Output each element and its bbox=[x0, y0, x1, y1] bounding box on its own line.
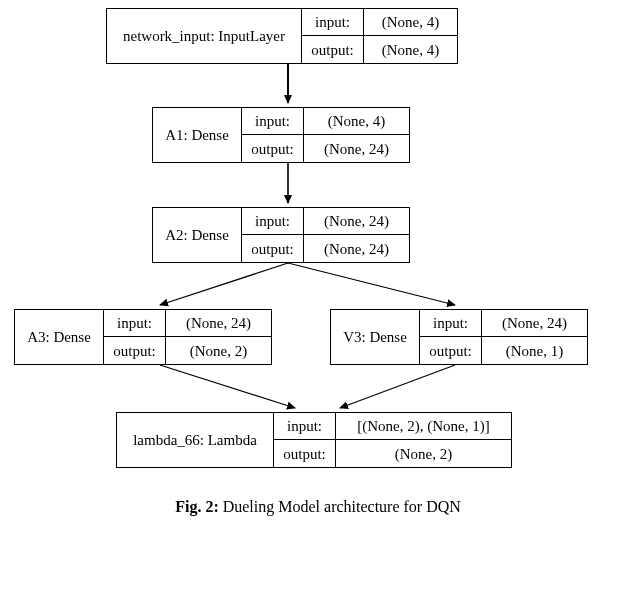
shape-output: (None, 24) bbox=[304, 235, 410, 263]
shape-input: (None, 4) bbox=[364, 8, 458, 36]
shape-output: (None, 2) bbox=[336, 440, 512, 468]
shape-input: (None, 4) bbox=[304, 107, 410, 135]
io-label-input: input: bbox=[242, 107, 304, 135]
node-name: network_input: InputLayer bbox=[106, 8, 302, 64]
io-label-input: input: bbox=[302, 8, 364, 36]
node-a3-dense: A3: Dense input: output: (None, 24) (Non… bbox=[14, 309, 272, 365]
io-label-input: input: bbox=[420, 309, 482, 337]
shape-output: (None, 1) bbox=[482, 337, 588, 365]
caption-label: Fig. 2: bbox=[175, 498, 219, 515]
node-v3-dense: V3: Dense input: output: (None, 24) (Non… bbox=[330, 309, 588, 365]
shape-output: (None, 4) bbox=[364, 36, 458, 64]
shape-input: [(None, 2), (None, 1)] bbox=[336, 412, 512, 440]
svg-line-4 bbox=[160, 365, 295, 408]
node-input-layer: network_input: InputLayer input: output:… bbox=[106, 8, 458, 64]
svg-line-5 bbox=[340, 365, 455, 408]
caption-text: Dueling Model architecture for DQN bbox=[219, 498, 461, 515]
io-label-output: output: bbox=[274, 440, 336, 468]
io-label-output: output: bbox=[242, 135, 304, 163]
node-name: A1: Dense bbox=[152, 107, 242, 163]
node-name: A2: Dense bbox=[152, 207, 242, 263]
io-label-output: output: bbox=[420, 337, 482, 365]
io-label-input: input: bbox=[242, 207, 304, 235]
diagram-canvas: network_input: InputLayer input: output:… bbox=[0, 0, 636, 596]
node-name: A3: Dense bbox=[14, 309, 104, 365]
io-label-input: input: bbox=[274, 412, 336, 440]
node-lambda: lambda_66: Lambda input: output: [(None,… bbox=[116, 412, 512, 468]
shape-output: (None, 24) bbox=[304, 135, 410, 163]
shape-output: (None, 2) bbox=[166, 337, 272, 365]
shape-input: (None, 24) bbox=[482, 309, 588, 337]
io-label-input: input: bbox=[104, 309, 166, 337]
node-name: lambda_66: Lambda bbox=[116, 412, 274, 468]
svg-line-2 bbox=[160, 263, 288, 305]
node-a2-dense: A2: Dense input: output: (None, 24) (Non… bbox=[152, 207, 410, 263]
svg-line-3 bbox=[288, 263, 455, 305]
io-label-output: output: bbox=[242, 235, 304, 263]
shape-input: (None, 24) bbox=[166, 309, 272, 337]
node-name: V3: Dense bbox=[330, 309, 420, 365]
io-label-output: output: bbox=[104, 337, 166, 365]
node-a1-dense: A1: Dense input: output: (None, 4) (None… bbox=[152, 107, 410, 163]
io-label-output: output: bbox=[302, 36, 364, 64]
shape-input: (None, 24) bbox=[304, 207, 410, 235]
figure-caption: Fig. 2: Dueling Model architecture for D… bbox=[0, 498, 636, 516]
